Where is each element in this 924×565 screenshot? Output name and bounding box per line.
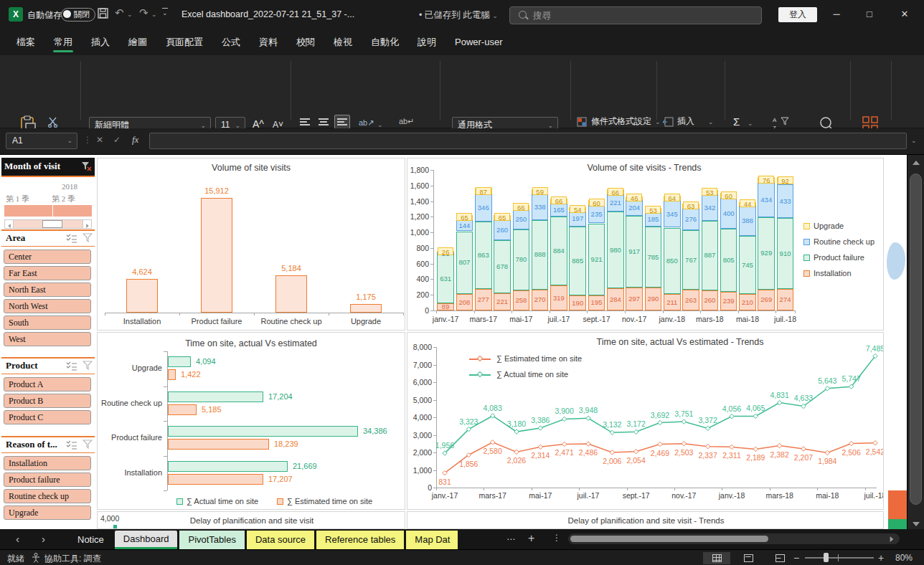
slicer-item[interactable]: Routine check up	[4, 489, 91, 503]
page-break-view-button[interactable]	[766, 552, 793, 564]
name-box[interactable]: A1 ⌄	[6, 133, 77, 149]
insert-function-icon[interactable]: fx	[132, 134, 138, 146]
redo-chevron-icon[interactable]: ⌄	[151, 11, 157, 18]
legend-item[interactable]: Installation	[803, 269, 882, 279]
slicer-item[interactable]: West	[4, 332, 91, 346]
legend-item[interactable]: ∑ Actual time on site	[176, 497, 273, 507]
chart-delay-partial[interactable]: 4,000 Delay of planification and site vi…	[97, 511, 405, 529]
formula-input[interactable]	[149, 133, 907, 149]
timeline-selection-bar[interactable]	[4, 205, 92, 217]
slicer-item[interactable]: Center	[4, 250, 91, 264]
timeline-scroll-left-icon[interactable]	[5, 220, 14, 228]
slicer-item[interactable]: Installation	[4, 456, 91, 470]
prev-sheet-icon[interactable]: ‹	[16, 533, 19, 545]
ribbon-tab[interactable]: 檔案	[7, 32, 44, 53]
minimize-button[interactable]: ─	[820, 0, 853, 29]
scroll-down-icon[interactable]	[913, 522, 920, 526]
enter-formula-icon[interactable]: ✓	[113, 135, 121, 145]
name-box-divider[interactable]: ⋮	[83, 135, 92, 145]
clear-filter-icon[interactable]	[82, 361, 93, 370]
clear-filter-icon[interactable]	[81, 161, 92, 171]
clear-filter-icon[interactable]	[82, 233, 93, 242]
undo-chevron-icon[interactable]: ⌄	[127, 11, 133, 18]
cut-icon[interactable]	[47, 117, 58, 128]
slicer-item[interactable]: Product B	[4, 394, 91, 408]
saved-status[interactable]: • 已儲存到 此電腦 ⌄	[419, 9, 498, 22]
expand-formula-bar-icon[interactable]: ⌄	[911, 137, 917, 144]
ribbon-tab[interactable]: Power-user	[446, 32, 512, 53]
search-input[interactable]: 搜尋	[509, 6, 762, 24]
redo-icon[interactable]: ↷	[139, 6, 148, 19]
accessibility-icon[interactable]	[32, 553, 40, 563]
sheet-tab-dashboard[interactable]: Dashboard	[115, 531, 178, 549]
vertical-scroll-thumb[interactable]	[910, 174, 922, 505]
ribbon-tab[interactable]: 自動化	[362, 32, 408, 53]
ribbon-tab[interactable]: 插入	[82, 32, 119, 53]
sheet-tab-reference-tables[interactable]: Reference tables	[316, 531, 404, 549]
quick-access-dropdown-icon[interactable]: ⌄	[162, 8, 168, 16]
chart-delay-trends-partial[interactable]: Delay of planification and site visit - …	[407, 511, 884, 529]
legend-item[interactable]: Product failure	[803, 253, 882, 263]
close-button[interactable]: ✕	[888, 0, 921, 29]
legend-item[interactable]: Upgrade	[803, 222, 882, 232]
horizontal-scroll-thumb[interactable]	[570, 536, 768, 542]
multi-select-icon[interactable]	[66, 361, 77, 371]
ribbon-tab[interactable]: 公式	[212, 32, 250, 53]
sheet-tab-pivottables[interactable]: PivotTables	[179, 531, 244, 549]
zoom-slider-thumb[interactable]	[824, 553, 829, 562]
page-layout-view-button[interactable]	[735, 552, 762, 564]
save-icon[interactable]	[98, 8, 109, 19]
slicer-item[interactable]: North East	[4, 282, 91, 297]
legend-item[interactable]: ∑ Estimated time on site	[469, 354, 591, 364]
chart-volume-trends[interactable]: Volume of site visits - Trends0200400600…	[407, 158, 884, 331]
ribbon-tab[interactable]: 資料	[250, 32, 287, 53]
sign-in-button[interactable]: 登入	[778, 7, 817, 22]
next-sheet-icon[interactable]: ›	[42, 533, 45, 545]
timeline-scrollbar[interactable]	[4, 219, 92, 229]
orientation-chevron-icon[interactable]: ⌄	[377, 121, 383, 128]
horizontal-scrollbar[interactable]	[568, 533, 900, 544]
sheet-tab-notice[interactable]: Notice	[69, 531, 113, 549]
scroll-right-icon[interactable]	[890, 536, 894, 542]
zoom-slider[interactable]	[805, 557, 874, 559]
tab-options-icon[interactable]: ⋮	[552, 533, 561, 543]
excel-logo-icon[interactable]: X	[9, 7, 23, 22]
orientation-button[interactable]: ab↗	[359, 118, 374, 128]
maximize-button[interactable]: □	[853, 0, 886, 29]
legend-item[interactable]: Routine check up	[803, 237, 882, 247]
ribbon-tab[interactable]: 校閱	[287, 32, 324, 53]
slicer-item[interactable]: South	[4, 315, 91, 330]
sheet-tab-map-dat[interactable]: Map Dat	[406, 531, 458, 549]
zoom-out-button[interactable]: −	[793, 552, 799, 564]
ribbon-tab[interactable]: 繪圖	[119, 32, 156, 53]
timeline-slicer-month-of-visit[interactable]: Month of visit 2018 第 1 季 第 2 季	[1, 158, 95, 231]
accessibility-status[interactable]: 協助工具: 調查	[44, 553, 101, 565]
slicer-item[interactable]: Upgrade	[4, 505, 91, 520]
zoom-level[interactable]: 80%	[895, 553, 913, 563]
legend-item[interactable]: ∑ Actual time on site	[469, 370, 591, 380]
clear-filter-icon[interactable]	[82, 440, 93, 449]
wrap-text-button[interactable]: ab↵	[399, 117, 414, 126]
slicer-item[interactable]: Product A	[4, 377, 91, 391]
autosum-button[interactable]: Σ	[733, 115, 740, 128]
slicer-item[interactable]: Far East	[4, 266, 91, 280]
conditional-formatting-button[interactable]: 條件式格式設定⌄	[577, 115, 661, 128]
new-sheet-icon[interactable]: +	[528, 532, 534, 545]
more-sheets-icon[interactable]: ⋯	[506, 534, 515, 544]
chart-time-on-site-trends[interactable]: Time on site, actual Vs estimated - Tren…	[407, 332, 884, 510]
cancel-formula-icon[interactable]: ✕	[96, 135, 103, 145]
multi-select-icon[interactable]	[66, 440, 77, 450]
autosave-toggle[interactable]: 關閉	[61, 8, 95, 22]
slicer-item[interactable]: Product failure	[4, 473, 91, 487]
insert-cells-button[interactable]: 插入⌄	[663, 115, 714, 128]
sheet-tab-data-source[interactable]: Data source	[247, 531, 314, 549]
legend-item[interactable]: ∑ Estimated time on site	[277, 497, 374, 507]
slicer-item[interactable]: Product C	[4, 410, 91, 424]
chart-time-on-site[interactable]: Time on site, actual Vs estimatedUpgrade…	[97, 332, 405, 510]
ribbon-tab[interactable]: 常用	[44, 32, 82, 53]
undo-icon[interactable]: ↶	[115, 6, 124, 19]
chart-volume-of-site-visits[interactable]: Volume of site visits4,624Installation15…	[97, 158, 405, 331]
align-top-button[interactable]	[300, 118, 310, 125]
document-title[interactable]: Excel dashboard_2022-07-21 21_51_37 -...	[182, 9, 354, 19]
scroll-up-icon[interactable]	[913, 161, 920, 165]
